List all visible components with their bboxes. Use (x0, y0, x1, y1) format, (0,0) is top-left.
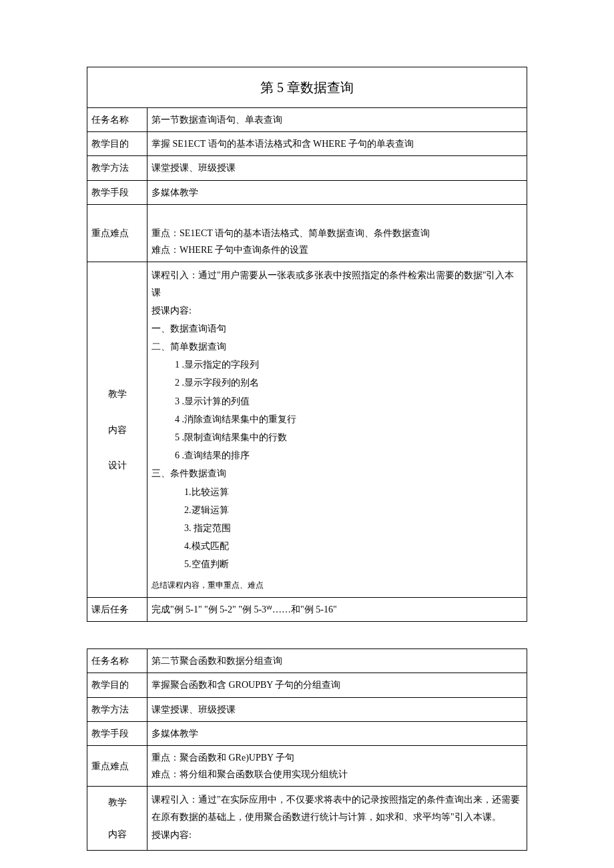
content-s2-5: 5 .限制查询结果集中的行数 (151, 429, 523, 446)
content-label-cell-2: 教学 内容 (87, 787, 147, 850)
content-summary: 总结课程内容，重申重点、难点 (151, 574, 523, 593)
content-s2-4: 4 .消除查询结果集中的重复行 (151, 411, 523, 428)
method-label-2: 教学方法 (87, 697, 147, 721)
objective-value-2: 掌握聚合函数和含 GROUPBY 子句的分组查询 (147, 673, 527, 697)
objective-label: 教学目的 (87, 132, 147, 156)
means-label: 教学手段 (87, 180, 147, 204)
chapter-title: 第 5 章数据查询 (87, 67, 527, 108)
content-section-header: 授课内容: (151, 302, 523, 319)
content-s2-6: 6 .查询结果的排序 (151, 447, 523, 464)
content-label-1: 教学 (91, 386, 143, 402)
method-row: 教学方法 课堂授课、班级授课 (87, 156, 527, 180)
content-s2-2: 2 .显示字段列的别名 (151, 374, 523, 391)
task-name-value: 第一节数据查询语句、单表查询 (147, 108, 527, 132)
content-s2-3: 3 .显示计算的列值 (151, 393, 523, 410)
content-body-cell-2: 课程引入：通过"在实际应用中，不仅要求将表中的记录按照指定的条件查询出来，还需要… (147, 787, 527, 850)
content-s2-1: 1 .显示指定的字段列 (151, 356, 523, 373)
content-s3: 三、条件数据查询 (151, 465, 523, 482)
means-row-2: 教学手段 多媒体教学 (87, 721, 527, 745)
keypoints-row: 重点难点 重点：SE1ECT 语句的基本语法格式、简单数据查询、条件数据查询 难… (87, 204, 527, 262)
content-section-header-2: 授课内容: (151, 827, 523, 843)
content-intro: 课程引入：通过"用户需要从一张表或多张表中按照指定的条件检索出需要的数据"引入本… (151, 267, 523, 300)
homework-row: 课后任务 完成"例 5-1" "例 5-2" "例 5-3ᵂ……和"例 5-16… (87, 598, 527, 622)
content-s1: 一、数据查询语句 (151, 320, 523, 337)
keypoints-line1: 重点：SE1ECT 语句的基本语法格式、简单数据查询、条件数据查询 (151, 225, 523, 242)
task-name-value-2: 第二节聚合函数和数据分组查询 (147, 649, 527, 673)
keypoints-label: 重点难点 (87, 204, 147, 262)
homework-label: 课后任务 (87, 598, 147, 622)
means-row: 教学手段 多媒体教学 (87, 180, 527, 204)
content-s3-3: 3. 指定范围 (151, 520, 523, 536)
keypoints-content-2: 重点：聚合函数和 GRe)UPBY 子句 难点：将分组和聚合函数联合使用实现分组… (147, 746, 527, 787)
method-row-2: 教学方法 课堂授课、班级授课 (87, 697, 527, 721)
lesson-plan-table-1: 第 5 章数据查询 任务名称 第一节数据查询语句、单表查询 教学目的 掌握 SE… (87, 67, 527, 622)
content-s3-1: 1.比较运算 (151, 484, 523, 500)
content-label-2-2: 内容 (91, 826, 143, 843)
content-s3-2: 2.逻辑运算 (151, 502, 523, 518)
objective-value: 掌握 SE1ECT 语句的基本语法格式和含 WHERE 子句的单表查询 (147, 132, 527, 156)
content-label-3: 设计 (91, 457, 143, 474)
lesson-plan-table-2: 任务名称 第二节聚合函数和数据分组查询 教学目的 掌握聚合函数和含 GROUPB… (87, 648, 527, 851)
content-s3-5: 5.空值判断 (151, 556, 523, 572)
objective-row: 教学目的 掌握 SE1ECT 语句的基本语法格式和含 WHERE 子句的单表查询 (87, 132, 527, 156)
objective-row-2: 教学目的 掌握聚合函数和含 GROUPBY 子句的分组查询 (87, 673, 527, 697)
keypoints-content: 重点：SE1ECT 语句的基本语法格式、简单数据查询、条件数据查询 难点：WHE… (147, 204, 527, 262)
content-s2: 二、简单数据查询 (151, 338, 523, 355)
method-label: 教学方法 (87, 156, 147, 180)
task-name-row-2: 任务名称 第二节聚合函数和数据分组查询 (87, 649, 527, 673)
content-label-2: 内容 (91, 422, 143, 438)
content-row: 教学 内容 设计 课程引入：通过"用户需要从一张表或多张表中按照指定的条件检索出… (87, 262, 527, 598)
title-row: 第 5 章数据查询 (87, 67, 527, 108)
method-value: 课堂授课、班级授课 (147, 156, 527, 180)
means-label-2: 教学手段 (87, 721, 147, 745)
keypoints-row-2: 重点难点 重点：聚合函数和 GRe)UPBY 子句 难点：将分组和聚合函数联合使… (87, 746, 527, 787)
content-intro-2: 课程引入：通过"在实际应用中，不仅要求将表中的记录按照指定的条件查询出来，还需要… (151, 791, 523, 825)
content-label-cell: 教学 内容 设计 (87, 262, 147, 598)
means-value-2: 多媒体教学 (147, 721, 527, 745)
keypoints-label-2: 重点难点 (87, 746, 147, 787)
means-value: 多媒体教学 (147, 180, 527, 204)
task-name-row: 任务名称 第一节数据查询语句、单表查询 (87, 108, 527, 132)
task-name-label: 任务名称 (87, 108, 147, 132)
content-row-2: 教学 内容 课程引入：通过"在实际应用中，不仅要求将表中的记录按照指定的条件查询… (87, 787, 527, 850)
objective-label-2: 教学目的 (87, 673, 147, 697)
homework-value: 完成"例 5-1" "例 5-2" "例 5-3ᵂ……和"例 5-16" (147, 598, 527, 622)
keypoints-line1-2: 重点：聚合函数和 GRe)UPBY 子句 (151, 749, 523, 766)
content-body-cell: 课程引入：通过"用户需要从一张表或多张表中按照指定的条件检索出需要的数据"引入本… (147, 262, 527, 598)
keypoints-line2-2: 难点：将分组和聚合函数联合使用实现分组统计 (151, 766, 523, 783)
content-s3-4: 4.模式匹配 (151, 538, 523, 554)
keypoints-line2: 难点：WHERE 子句中查询条件的设置 (151, 242, 523, 258)
task-name-label-2: 任务名称 (87, 649, 147, 673)
content-label-1-2: 教学 (91, 794, 143, 811)
method-value-2: 课堂授课、班级授课 (147, 697, 527, 721)
